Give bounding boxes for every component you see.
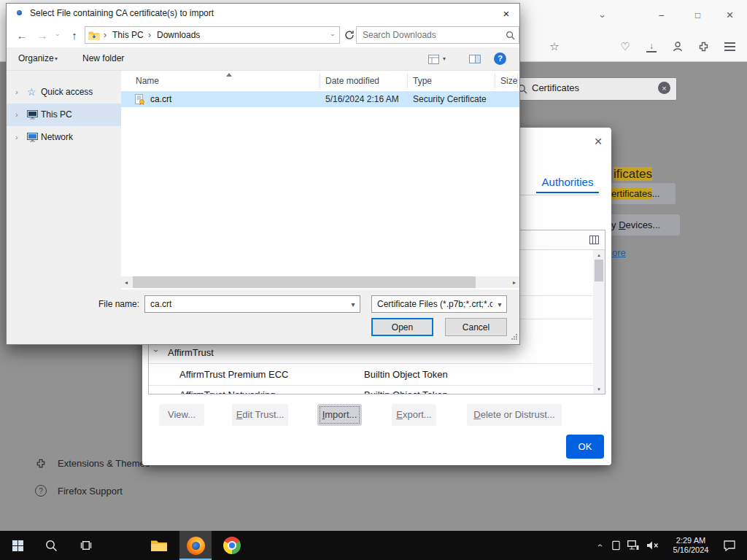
recent-locations-chevron-icon[interactable]: › bbox=[52, 23, 62, 47]
cert-name: AffirmTrust Networking bbox=[179, 389, 275, 394]
clear-search-icon[interactable]: × bbox=[658, 82, 670, 94]
address-breadcrumb-bar[interactable]: › This PC › Downloads › bbox=[85, 26, 340, 44]
scroll-down-icon[interactable]: ▾ bbox=[593, 384, 605, 394]
organize-button[interactable]: Organize bbox=[18, 47, 54, 70]
firefox-taskbar-button[interactable] bbox=[179, 531, 212, 560]
tray-display-icon[interactable] bbox=[608, 531, 623, 560]
collapse-chevron-icon[interactable]: › bbox=[155, 346, 158, 356]
minimize-icon[interactable]: − bbox=[651, 6, 671, 25]
column-divider[interactable] bbox=[320, 74, 320, 88]
close-dialog-icon[interactable]: × bbox=[493, 4, 519, 23]
vertical-scrollbar[interactable]: ▴ ▾ bbox=[593, 250, 605, 394]
scrollbar-thumb[interactable] bbox=[595, 260, 603, 281]
expand-chevron-icon[interactable]: › bbox=[15, 104, 18, 125]
pocket-heart-icon[interactable]: ♡ bbox=[616, 38, 634, 55]
task-view-icon bbox=[80, 540, 93, 551]
scroll-right-icon[interactable]: ▸ bbox=[509, 276, 519, 288]
chrome-logo-icon bbox=[223, 537, 241, 554]
column-divider[interactable] bbox=[517, 74, 518, 88]
extensions-puzzle-icon bbox=[34, 457, 47, 470]
change-view-icon[interactable] bbox=[427, 53, 440, 65]
tray-network-icon[interactable] bbox=[624, 531, 642, 560]
tab-authorities[interactable]: Authorities bbox=[536, 171, 599, 192]
sidebar-item-network[interactable]: › Network bbox=[7, 126, 121, 149]
taskbar-search-button[interactable] bbox=[35, 531, 67, 560]
action-center-button[interactable] bbox=[716, 531, 743, 560]
file-name-input[interactable]: ca.crt ▾ bbox=[144, 295, 360, 313]
account-icon[interactable] bbox=[669, 38, 686, 55]
back-icon[interactable]: ← bbox=[12, 23, 31, 47]
settings-search-value[interactable]: Certificates bbox=[532, 78, 579, 98]
new-folder-button[interactable]: New folder bbox=[82, 47, 124, 70]
menu-hamburger-icon[interactable] bbox=[721, 38, 738, 55]
ok-button[interactable]: OK bbox=[566, 435, 604, 459]
edit-trust-button[interactable]: Edit Trust... bbox=[232, 404, 288, 426]
command-bar: Organize ▾ New folder ▾ ? bbox=[7, 47, 519, 71]
downloads-icon[interactable]: ↓ bbox=[643, 38, 660, 55]
close-dialog-icon[interactable]: × bbox=[589, 132, 608, 151]
up-icon[interactable]: ↑ bbox=[65, 23, 84, 47]
task-view-button[interactable] bbox=[70, 531, 102, 560]
tab-list-chevron-icon[interactable]: › bbox=[595, 7, 611, 25]
start-button[interactable] bbox=[0, 531, 35, 560]
column-header-name[interactable]: Name bbox=[136, 71, 159, 91]
sidebar-item-this-pc[interactable]: › This PC bbox=[7, 104, 121, 126]
view-dropdown-chevron-icon[interactable]: ▾ bbox=[443, 47, 446, 70]
cert-row-clipped[interactable]: AffirmTrust Networking Builtin Object To… bbox=[149, 386, 593, 394]
tray-volume-muted-icon[interactable] bbox=[643, 531, 661, 560]
column-header-row: Name Date modified Type Size bbox=[121, 71, 519, 91]
scrollbar-thumb[interactable] bbox=[133, 276, 476, 288]
file-type-select[interactable]: Certificate Files (*.p7b;*.crt;*.ce ▾ bbox=[371, 295, 507, 313]
open-button[interactable]: Open bbox=[371, 318, 433, 336]
column-divider[interactable] bbox=[495, 74, 495, 88]
search-icon[interactable] bbox=[504, 29, 516, 41]
settings-search-box[interactable]: Certificates × bbox=[511, 77, 677, 101]
maximize-icon[interactable]: □ bbox=[688, 6, 708, 25]
cert-row[interactable]: AffirmTrust Premium ECC Builtin Object T… bbox=[149, 364, 593, 386]
sidebar-item-extensions-themes[interactable]: Extensions & Themes bbox=[29, 455, 160, 474]
chrome-taskbar-button[interactable] bbox=[216, 531, 248, 560]
scroll-left-icon[interactable]: ◂ bbox=[121, 276, 131, 288]
preview-pane-icon[interactable] bbox=[468, 54, 481, 64]
view-button[interactable]: View... bbox=[159, 404, 204, 426]
column-header-size[interactable]: Size bbox=[500, 71, 517, 91]
file-explorer-button[interactable] bbox=[143, 531, 175, 560]
dialog-titlebar[interactable]: Select File containing CA certificate(s)… bbox=[7, 4, 519, 23]
dropdown-chevron-icon[interactable]: ▾ bbox=[493, 296, 506, 312]
search-box[interactable]: Search Downloads bbox=[356, 26, 519, 44]
address-dropdown-chevron-icon[interactable]: › bbox=[325, 27, 339, 43]
import-button[interactable]: Import... bbox=[317, 404, 362, 426]
learn-more-link-fragment[interactable]: ore bbox=[612, 246, 626, 260]
file-date-modified: 5/16/2024 2:16 AM bbox=[325, 91, 399, 107]
dropdown-chevron-icon[interactable]: ▾ bbox=[347, 296, 360, 312]
breadcrumb-downloads[interactable]: Downloads bbox=[157, 27, 200, 43]
sidebar-item-quick-access[interactable]: › ☆ Quick access bbox=[7, 81, 121, 104]
delete-or-distrust-button[interactable]: Delete or Distrust... bbox=[467, 404, 562, 426]
column-picker-icon[interactable] bbox=[588, 235, 600, 245]
forward-icon[interactable]: → bbox=[33, 23, 52, 47]
help-icon[interactable]: ? bbox=[494, 52, 506, 65]
export-button[interactable]: Export... bbox=[392, 404, 436, 426]
expand-chevron-icon[interactable]: › bbox=[15, 126, 18, 148]
column-header-type[interactable]: Type bbox=[413, 71, 432, 91]
column-header-date[interactable]: Date modified bbox=[325, 71, 379, 91]
file-row-selected[interactable]: ca.crt 5/16/2024 2:16 AM Security Certif… bbox=[121, 91, 519, 107]
sidebar-item-firefox-support[interactable]: ? Firefox Support bbox=[29, 483, 160, 502]
scroll-up-icon[interactable]: ▴ bbox=[593, 250, 605, 260]
horizontal-scrollbar[interactable]: ◂ ▸ bbox=[121, 276, 519, 288]
tray-show-hidden-icons[interactable]: › bbox=[592, 531, 607, 560]
clock[interactable]: 2:29 AM 5/16/2024 bbox=[667, 531, 715, 560]
extensions-puzzle-icon[interactable] bbox=[694, 38, 712, 55]
resize-grip[interactable] bbox=[511, 332, 518, 343]
organize-dropdown-chevron-icon[interactable]: ▾ bbox=[55, 47, 58, 70]
close-window-icon[interactable]: × bbox=[720, 6, 740, 25]
bookmark-star-icon[interactable]: ☆ bbox=[546, 38, 563, 55]
cancel-button[interactable]: Cancel bbox=[445, 318, 507, 336]
column-divider[interactable] bbox=[407, 74, 408, 88]
expand-chevron-icon[interactable]: › bbox=[15, 81, 18, 103]
security-devices-button-fragment[interactable]: y Devices... bbox=[611, 214, 680, 236]
breadcrumb-this-pc[interactable]: This PC bbox=[112, 27, 144, 43]
navigation-bar: ← → › ↑ › This PC › Downloads › Search D… bbox=[7, 23, 519, 47]
view-certificates-button-fragment[interactable]: ertificates... bbox=[611, 183, 676, 204]
cert-group-row[interactable]: › AffirmTrust bbox=[149, 342, 593, 364]
